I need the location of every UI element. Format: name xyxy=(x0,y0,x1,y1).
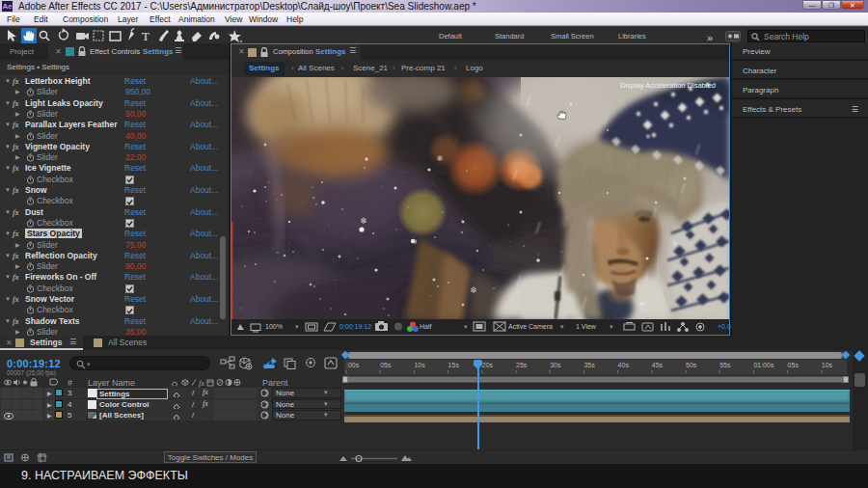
svg-text::00s: :00s xyxy=(346,362,360,368)
svg-text:10s: 10s xyxy=(822,362,833,368)
svg-text:25s: 25s xyxy=(516,362,528,368)
svg-text:20s: 20s xyxy=(482,362,494,368)
svg-text:05s: 05s xyxy=(380,362,392,368)
svg-text:35s: 35s xyxy=(583,362,595,368)
svg-text:15s: 15s xyxy=(448,362,460,368)
svg-text:30s: 30s xyxy=(550,362,561,368)
svg-text:05s: 05s xyxy=(788,362,800,368)
svg-text:01:00s: 01:00s xyxy=(753,362,774,368)
svg-text:50s: 50s xyxy=(686,362,697,368)
svg-text:40s: 40s xyxy=(618,362,630,368)
svg-text:Display Acceleration Disabled: Display Acceleration Disabled xyxy=(620,81,716,90)
svg-text:#: # xyxy=(68,378,72,388)
svg-text:Layer Name: Layer Name xyxy=(88,378,135,388)
svg-text:10s: 10s xyxy=(414,362,425,368)
svg-text:T: T xyxy=(142,29,149,43)
svg-text:45s: 45s xyxy=(652,362,664,368)
svg-text:fx: fx xyxy=(199,378,204,388)
svg-text:55s: 55s xyxy=(719,362,731,368)
svg-text:Parent: Parent xyxy=(262,378,288,388)
